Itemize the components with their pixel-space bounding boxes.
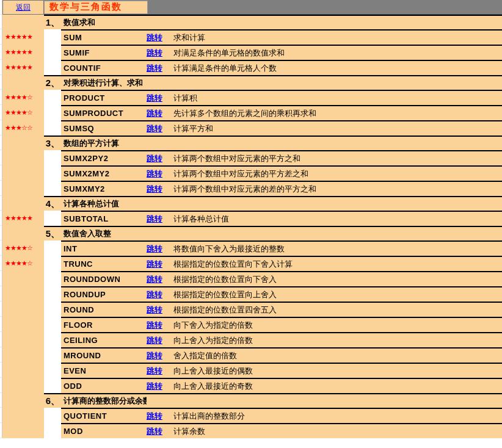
function-desc: 向下舍入为指定的倍数 [171,317,502,332]
function-row: ★★★★★COUNTIF跳转计算满足条件的单元格人个数 [0,60,502,75]
section-number: 6、 [44,393,61,408]
function-row: ROUNDUP跳转根据指定的位数位置向上舍入 [0,286,502,302]
rating-stars [2,423,44,438]
section-label: 数值求和 [61,15,147,29]
function-name: PRODUCT [61,90,147,105]
jump-link[interactable]: 跳转 [147,320,162,331]
rating-stars [2,363,44,378]
jump-link[interactable]: 跳转 [147,411,162,422]
rating-stars: ★★★★★ [2,211,44,226]
section-label: 对乘积进行计算、求和 [61,75,147,90]
jump-link[interactable]: 跳转 [147,350,162,361]
function-desc: 将数值向下舍入为最接近的整数 [171,240,502,256]
function-row: ROUNDDOWN跳转根据指定的位数位置向下舍入 [0,271,502,286]
section-label: 计算商的整数部分或余数 [61,393,147,408]
function-name: ODD [61,378,147,393]
function-desc: 根据指定的位数位置向下舍入计算 [171,256,502,271]
rating-stars: ★★★★★ [2,45,44,60]
jump-link[interactable]: 跳转 [147,123,162,134]
section-header: 2、对乘积进行计算、求和 [0,75,502,90]
function-name: SUMX2MY2 [61,165,147,181]
function-desc: 舍入指定值的倍数 [171,347,502,363]
rating-stars [2,165,44,181]
jump-link[interactable]: 跳转 [147,168,162,179]
rating-stars [2,317,44,332]
rating-cell [2,393,44,408]
function-row: QUOTIENT跳转计算出商的整数部分 [0,408,502,423]
jump-link[interactable]: 跳转 [147,63,162,74]
jump-link[interactable]: 跳转 [147,108,162,119]
function-name: MOD [61,423,147,438]
rating-stars [2,332,44,347]
rating-cell [2,135,44,150]
page-title: 数学与三角函数 [44,1,148,14]
jump-link[interactable]: 跳转 [147,366,162,377]
function-row: ★★★★☆TRUNC跳转根据指定的位数位置向下舍入计算 [0,256,502,271]
function-name: SUMXMY2 [61,181,147,196]
rating-stars: ★★★★☆ [2,105,44,120]
jump-link[interactable]: 跳转 [147,214,162,225]
jump-link[interactable]: 跳转 [147,259,162,270]
function-desc: 计算积 [171,90,502,105]
function-desc: 向上舍入最接近的偶数 [171,363,502,378]
jump-link[interactable]: 跳转 [147,426,162,437]
jump-link[interactable]: 跳转 [147,153,162,164]
function-name: SUMPRODUCT [61,105,147,120]
function-desc: 计算余数 [171,423,502,438]
rating-stars [2,286,44,302]
rating-stars [2,302,44,317]
rating-stars: ★★★★★ [2,29,44,45]
function-name: SUBTOTAL [61,211,147,226]
function-row: MOD跳转计算余数 [0,423,502,438]
function-desc: 计算两个数组中对应元素的平方之和 [171,150,502,165]
jump-link[interactable]: 跳转 [147,381,162,392]
section-label: 数值舍入取整 [61,226,147,240]
function-name: SUMX2PY2 [61,150,147,165]
jump-link[interactable]: 跳转 [147,289,162,300]
jump-link[interactable]: 跳转 [147,244,162,255]
section-number: 1、 [44,15,61,29]
function-desc: 计算两个数组中对应元素的平方差之和 [171,165,502,181]
function-row: ★★★☆☆SUMSQ跳转计算平方和 [0,120,502,135]
jump-link[interactable]: 跳转 [147,32,162,43]
rating-stars [2,347,44,363]
function-name: MROUND [61,347,147,363]
jump-link[interactable]: 跳转 [147,184,162,195]
section-number: 2、 [44,75,61,90]
function-row: ★★★★☆PRODUCT跳转计算积 [0,90,502,105]
function-row: ★★★★★SUBTOTAL跳转计算各种总计值 [0,211,502,226]
function-name: COUNTIF [61,60,147,75]
jump-link[interactable]: 跳转 [147,93,162,104]
rating-stars [2,408,44,423]
function-desc: 计算各种总计值 [171,211,502,226]
section-number: 5、 [44,226,61,240]
function-name: ROUNDUP [61,286,147,302]
rating-stars: ★★★★☆ [2,256,44,271]
section-header: 4、计算各种总计值 [0,196,502,211]
section-number: 4、 [44,196,61,211]
rating-cell [2,226,44,240]
section-header: 5、数值舍入取整 [0,226,502,240]
jump-link[interactable]: 跳转 [147,274,162,285]
rating-cell [2,75,44,90]
jump-link[interactable]: 跳转 [147,305,162,316]
function-row: EVEN跳转向上舍入最接近的偶数 [0,363,502,378]
function-row: SUMX2PY2跳转计算两个数组中对应元素的平方之和 [0,150,502,165]
rating-cell [2,196,44,211]
function-row: MROUND跳转舍入指定值的倍数 [0,347,502,363]
function-row: ★★★★★SUM跳转求和计算 [0,29,502,45]
jump-link[interactable]: 跳转 [147,335,162,346]
function-row: ★★★★☆SUMPRODUCT跳转先计算多个数组的元素之间的乘积再求和 [0,105,502,120]
function-desc: 向上舍入最接近的奇数 [171,378,502,393]
function-desc: 计算满足条件的单元格人个数 [171,60,502,75]
rating-stars [2,271,44,286]
function-name: SUMIF [61,45,147,60]
rating-stars: ★★★★★ [2,60,44,75]
rating-stars: ★★★★☆ [2,90,44,105]
function-row: ★★★★☆INT跳转将数值向下舍入为最接近的整数 [0,240,502,256]
function-row: CEILING跳转向上舍入为指定的倍数 [0,332,502,347]
rating-cell [2,15,44,29]
back-link[interactable]: 返回 [2,0,44,15]
function-row: SUMX2MY2跳转计算两个数组中对应元素的平方差之和 [0,165,502,181]
jump-link[interactable]: 跳转 [147,48,162,59]
